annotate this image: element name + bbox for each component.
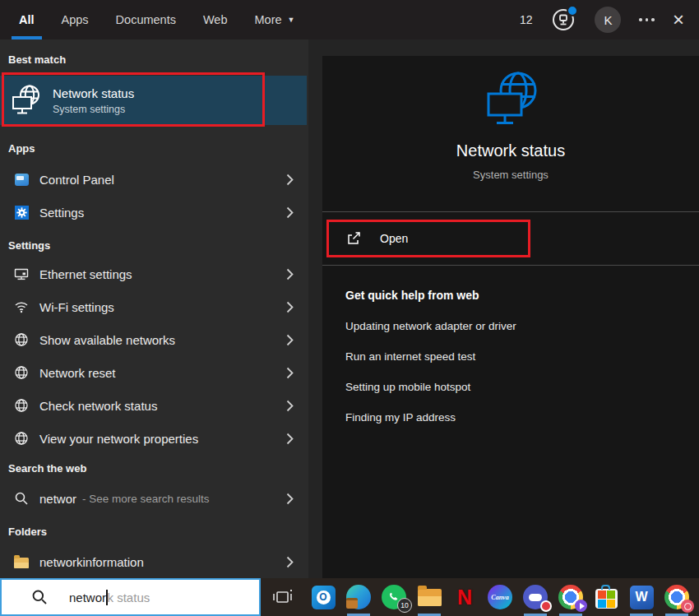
search-icon	[31, 589, 48, 605]
chevron-down-icon: ▼	[288, 16, 295, 24]
taskbar-icon-whatsapp[interactable]: 10	[381, 584, 407, 610]
network-status-icon	[8, 83, 43, 118]
result-item-show-available-networks[interactable]: Show available networks	[0, 323, 308, 356]
settings-gear-icon	[13, 206, 30, 220]
taskbar-icon-netflix[interactable]: N	[451, 584, 478, 610]
more-options-icon[interactable]	[639, 18, 655, 21]
taskbar-icon-outlook[interactable]: O	[310, 584, 336, 610]
section-header-folders: Folders	[8, 525, 308, 540]
preview-subtitle: System settings	[322, 169, 699, 181]
web-search-query: networ	[39, 492, 76, 506]
chevron-right-icon[interactable]	[286, 268, 294, 280]
filter-tabs: All Apps Documents Web More ▼	[19, 0, 294, 39]
globe-icon	[13, 365, 30, 380]
taskbar: networ k status O	[0, 578, 699, 616]
preview-area: Network status System settings Open Get …	[308, 39, 699, 578]
taskbar-search-input[interactable]: networ k status	[0, 578, 261, 616]
chevron-right-icon[interactable]	[286, 206, 294, 219]
windows-search-panel: All Apps Documents Web More ▼ 12 K	[0, 0, 699, 616]
taskbar-app-icons: O 10 N Canva	[310, 584, 690, 610]
close-icon[interactable]: ×	[673, 10, 684, 30]
rewards-points: 12	[520, 13, 533, 26]
best-match-title: Network status	[53, 86, 134, 100]
task-view-button[interactable]	[271, 587, 294, 607]
rewards-icon[interactable]	[550, 7, 576, 33]
help-link-mobile-hotspot[interactable]: Setting up mobile hotspot	[345, 381, 699, 393]
taskbar-icon-word[interactable]: W	[628, 584, 655, 610]
result-item-wifi-settings[interactable]: Wi-Fi settings	[0, 290, 308, 323]
result-item-networkinformation-folder[interactable]: networkinformation	[0, 545, 308, 578]
chevron-right-icon[interactable]	[286, 334, 294, 346]
globe-icon	[13, 431, 30, 446]
ethernet-icon	[13, 266, 30, 281]
tab-documents[interactable]: Documents	[116, 0, 176, 39]
tab-all[interactable]: All	[19, 0, 35, 39]
result-item-view-network-properties[interactable]: View your network properties	[0, 422, 308, 455]
taskbar-icon-chrome-profile[interactable]	[664, 584, 690, 610]
chevron-right-icon[interactable]	[286, 367, 294, 379]
taskbar-icon-canva[interactable]: Canva	[487, 584, 513, 610]
control-panel-icon	[13, 174, 30, 186]
search-icon	[13, 491, 30, 506]
profile-overlay-icon	[681, 600, 694, 613]
taskbar-icon-microsoft-store[interactable]	[593, 584, 619, 610]
tab-apps[interactable]: Apps	[62, 0, 89, 39]
folder-icon	[13, 556, 30, 568]
notification-badge	[540, 600, 552, 612]
open-action[interactable]: Open	[322, 212, 699, 265]
chevron-right-icon[interactable]	[286, 493, 294, 505]
network-status-hero-icon	[478, 71, 544, 128]
chevron-right-icon[interactable]	[286, 174, 294, 186]
search-typed-text: networ	[69, 591, 106, 604]
preview-title: Network status	[322, 141, 699, 160]
preview-panel: Network status System settings Open Get …	[322, 56, 699, 578]
result-item-check-network-status[interactable]: Check network status	[0, 389, 308, 422]
divider	[322, 265, 699, 266]
section-header-settings: Settings	[8, 239, 308, 253]
section-header-search-the-web: Search the web	[8, 461, 308, 476]
result-item-settings[interactable]: Settings	[0, 196, 308, 229]
open-icon	[345, 231, 362, 247]
whatsapp-badge: 10	[397, 598, 412, 613]
task-view-icon	[271, 587, 294, 607]
wifi-icon	[13, 299, 30, 314]
best-match-subtitle: System settings	[53, 104, 134, 115]
avatar[interactable]: K	[595, 7, 621, 33]
chevron-right-icon[interactable]	[286, 400, 294, 412]
tab-more[interactable]: More ▼	[255, 0, 295, 39]
result-item-web-search[interactable]: networ - See more search results	[0, 482, 308, 515]
help-link-update-adapter[interactable]: Updating network adapter or driver	[345, 320, 699, 332]
taskbar-icon-file-explorer[interactable]	[416, 584, 442, 610]
search-results-panel: Best match Network status System setting…	[0, 39, 308, 578]
best-match-result-network-status[interactable]: Network status System settings	[0, 76, 307, 125]
search-suggestion-text: k status	[108, 591, 150, 604]
help-link-speed-test[interactable]: Run an internet speed test	[345, 350, 699, 363]
topbar-actions: 12 K ×	[520, 7, 684, 33]
taskbar-icon-edge[interactable]	[345, 584, 372, 610]
globe-icon	[13, 332, 30, 347]
result-item-network-reset[interactable]: Network reset	[0, 356, 308, 389]
section-header-apps: Apps	[8, 141, 308, 156]
chevron-right-icon[interactable]	[286, 433, 294, 445]
taskbar-icon-chrome-media[interactable]	[558, 584, 584, 610]
chevron-right-icon[interactable]	[286, 556, 294, 568]
open-label: Open	[380, 232, 408, 245]
quick-help-section: Get quick help from web Updating network…	[322, 289, 699, 424]
chevron-right-icon[interactable]	[286, 301, 294, 313]
quick-help-header: Get quick help from web	[345, 289, 699, 302]
media-play-overlay-icon	[575, 600, 587, 612]
section-header-best-match: Best match	[8, 53, 308, 67]
globe-icon	[13, 398, 30, 413]
taskbar-icon-discord[interactable]	[522, 584, 549, 610]
search-filter-bar: All Apps Documents Web More ▼ 12 K	[0, 0, 699, 39]
briefcase-overlay-icon	[346, 598, 358, 609]
result-item-control-panel[interactable]: Control Panel	[0, 163, 308, 196]
web-search-hint: - See more search results	[82, 493, 210, 505]
help-link-ip-address[interactable]: Finding my IP address	[345, 411, 699, 424]
result-item-ethernet-settings[interactable]: Ethernet settings	[0, 257, 308, 290]
tab-web[interactable]: Web	[203, 0, 228, 39]
